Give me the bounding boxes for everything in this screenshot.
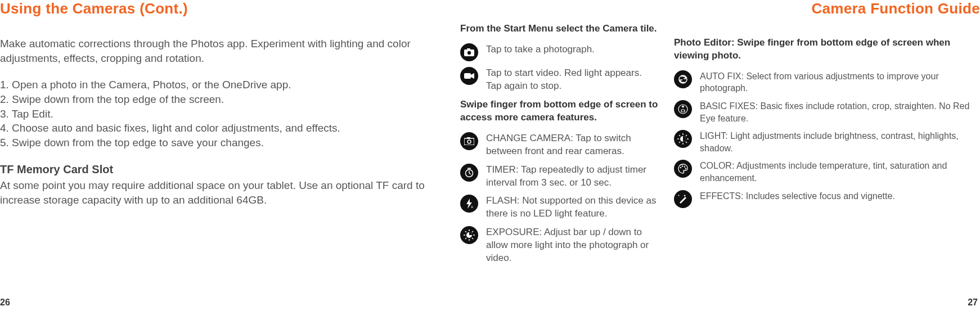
basicfixes-text: BASIC FIXES: Basic fixes include rotatio…: [700, 100, 979, 124]
light-text: LIGHT: Light adjustments include brightn…: [700, 130, 979, 154]
exposure-icon: [460, 226, 478, 244]
steps-list: 1. Open a photo in the Camera, Photos, o…: [0, 78, 443, 150]
row-exposure: EXPOSURE: Adjust bar up / down to allow …: [460, 226, 663, 265]
exposure-text: EXPOSURE: Adjust bar up / down to allow …: [486, 226, 663, 265]
row-autofix: AUTO FIX: Select from various adjustment…: [674, 70, 979, 94]
left-page: Using the Cameras (Cont.) Make automatic…: [0, 0, 460, 311]
svg-rect-23: [681, 110, 685, 112]
svg-text:A: A: [471, 205, 473, 209]
autofix-icon: [674, 70, 692, 88]
change-camera-icon: [460, 132, 478, 150]
change-camera-text: CHANGE CAMERA: Tap to switch between fro…: [486, 132, 663, 158]
flash-text: FLASH: Not supported on this device as t…: [486, 195, 663, 220]
svg-line-17: [465, 231, 466, 232]
row-color: COLOR: Adjustments include temperature, …: [674, 160, 979, 184]
row-basicfixes: BASIC FIXES: Basic fixes include rotatio…: [674, 100, 979, 124]
step-5: 5. Swipe down from the top edge to save …: [0, 136, 443, 150]
take-photo-text: Tap to take a photograph.: [486, 43, 663, 56]
svg-line-19: [472, 231, 473, 232]
svg-rect-10: [467, 168, 471, 169]
effects-text: EFFECTS: Includes selective focus and vi…: [700, 190, 979, 202]
row-timer: TIMER: Tap repeatedly to adjust timer in…: [460, 164, 663, 190]
basicfixes-icon: [674, 100, 692, 118]
page-number-right: 27: [968, 298, 978, 308]
row-take-photo: Tap to take a photograph.: [460, 43, 663, 61]
color-icon: [674, 160, 692, 178]
step-1: 1. Open a photo in the Camera, Photos, o…: [0, 78, 443, 92]
svg-point-34: [682, 166, 683, 167]
svg-rect-4: [464, 138, 474, 145]
step-4: 4. Choose auto and basic fixes, light an…: [0, 121, 443, 136]
svg-line-9: [469, 173, 471, 174]
flash-icon: A: [460, 195, 478, 213]
autofix-text: AUTO FIX: Select from various adjustment…: [700, 70, 979, 94]
svg-line-31: [686, 135, 687, 136]
row-effects: EFFECTS: Includes selective focus and vi…: [674, 190, 979, 208]
svg-rect-3: [464, 73, 471, 79]
row-light: LIGHT: Light adjustments include brightn…: [674, 130, 979, 154]
svg-line-32: [679, 142, 680, 143]
timer-icon: [460, 164, 478, 182]
tf-body: At some point you may require additional…: [0, 178, 443, 207]
svg-point-33: [680, 167, 681, 168]
intro-paragraph: Make automatic corrections through the P…: [0, 37, 443, 65]
video-text: Tap to start video. Red light appears. T…: [486, 67, 663, 93]
svg-point-6: [467, 140, 471, 143]
swipe-line: Swipe finger from bottom edge of screen …: [460, 98, 663, 124]
step-3: 3. Tap Edit.: [0, 107, 443, 121]
svg-line-20: [465, 238, 466, 239]
svg-point-2: [467, 51, 471, 55]
camera-icon: [460, 43, 478, 61]
effects-icon: [674, 190, 692, 208]
svg-rect-5: [467, 137, 470, 139]
svg-point-35: [684, 166, 685, 168]
start-menu-line: From the Start Menu select the Camera ti…: [460, 22, 663, 35]
middle-column: From the Start Menu select the Camera ti…: [460, 0, 674, 311]
right-title: Camera Function Guide: [674, 0, 980, 17]
video-icon: [460, 67, 478, 85]
left-title: Using the Cameras (Cont.): [0, 0, 443, 17]
row-video: Tap to start video. Red light appears. T…: [460, 67, 663, 93]
light-icon: [674, 130, 692, 148]
timer-text: TIMER: Tap repeatedly to adjust timer in…: [486, 164, 663, 190]
photo-editor-line: Photo Editor: Swipe finger from bottom e…: [674, 37, 979, 62]
svg-line-29: [679, 135, 680, 136]
right-page: Camera Function Guide Photo Editor: Swip…: [674, 0, 980, 311]
page-number-left: 26: [0, 298, 10, 308]
row-flash: A FLASH: Not supported on this device as…: [460, 195, 663, 220]
color-text: COLOR: Adjustments include temperature, …: [700, 160, 979, 184]
row-change-camera: CHANGE CAMERA: Tap to switch between fro…: [460, 132, 663, 158]
svg-line-18: [472, 238, 473, 239]
svg-point-36: [685, 168, 686, 169]
step-2: 2. Swipe down from the top edge of the s…: [0, 92, 443, 107]
tf-heading: TF Memory Card Slot: [0, 162, 443, 177]
svg-rect-1: [467, 48, 470, 50]
svg-line-30: [686, 142, 687, 143]
